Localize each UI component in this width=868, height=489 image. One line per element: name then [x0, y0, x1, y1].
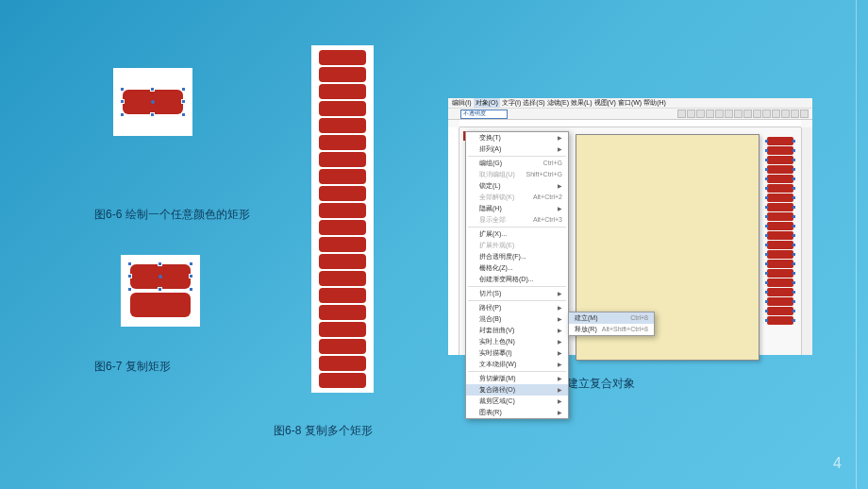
menu-window[interactable]: 窗口(W): [618, 98, 642, 108]
illustrator-window: 编辑(I) 对象(O) 文字(I) 选择(S) 滤镜(E) 效果(L) 视图(V…: [448, 98, 812, 355]
menu-item[interactable]: 取消编组(U)Shift+Ctrl+G: [466, 169, 568, 180]
toolbar-icon[interactable]: [743, 110, 752, 118]
menu-object[interactable]: 对象(O): [474, 98, 500, 108]
menu-item[interactable]: 扩展(X)...: [466, 228, 568, 240]
menu-item[interactable]: 实时描摹(I)▶: [466, 347, 568, 359]
menu-item[interactable]: 排列(A)▶: [466, 143, 568, 155]
submenu-item[interactable]: 释放(R)Alt+Shift+Ctrl+8: [569, 324, 654, 335]
rectangle-top: [130, 264, 191, 289]
slide-edge-accent: [856, 0, 857, 489]
menu-item[interactable]: 全部解锁(K)Alt+Ctrl+2: [466, 192, 568, 203]
menu-type[interactable]: 文字(I): [502, 98, 522, 108]
toolbar-icon[interactable]: [696, 110, 705, 118]
toolbar-icon[interactable]: [791, 110, 799, 118]
menu-item[interactable]: 显示全部Alt+Ctrl+3: [466, 214, 568, 226]
menu-edit[interactable]: 编辑(I): [452, 98, 472, 108]
menu-view[interactable]: 视图(V): [594, 98, 616, 108]
scrollbar-right[interactable]: [801, 127, 812, 355]
menu-item[interactable]: 路径(P)▶: [466, 302, 568, 313]
toolbar-icon[interactable]: [725, 110, 733, 118]
menu-item[interactable]: 创建渐变网格(D)...: [466, 274, 568, 285]
figure-6-7-caption: 图6-7 复制矩形: [94, 359, 171, 375]
menu-item[interactable]: 文本绕排(W)▶: [466, 359, 568, 370]
selected-rectangle: [123, 90, 183, 114]
toolbar-icon[interactable]: [687, 110, 695, 118]
menu-item[interactable]: 图表(R)▶: [466, 407, 568, 418]
figure-6-7: [121, 255, 200, 327]
figure-6-7-image: [121, 255, 200, 327]
menu-item[interactable]: 切片(S)▶: [466, 288, 568, 299]
toolbar: 不透明度: [448, 109, 812, 120]
toolbar-opacity-dropdown[interactable]: 不透明度: [460, 110, 508, 119]
toolbar-icon[interactable]: [706, 110, 714, 118]
menu-item[interactable]: 剪切蒙版(M)▶: [466, 373, 568, 384]
toolbar-icon[interactable]: [753, 110, 761, 118]
menu-item[interactable]: 编组(G)Ctrl+G: [466, 158, 568, 169]
menu-item[interactable]: 混合(B)▶: [466, 313, 568, 325]
menu-item[interactable]: 隐藏(H)▶: [466, 203, 568, 214]
menu-effect[interactable]: 效果(L): [571, 98, 593, 108]
menu-item[interactable]: 栅格化(Z)...: [466, 262, 568, 274]
menu-item[interactable]: 裁剪区域(C)▶: [466, 396, 568, 407]
figure-6-8-image: [311, 45, 374, 393]
menu-item[interactable]: 拼合透明度(F)...: [466, 251, 568, 262]
toolbar-icon[interactable]: [762, 110, 771, 118]
ruler-horizontal: [459, 120, 801, 127]
figure-6-6-image: [113, 68, 192, 136]
submenu-item[interactable]: 建立(M)Ctrl+8: [569, 312, 654, 324]
menu-select[interactable]: 选择(S): [523, 98, 544, 108]
figure-6-8-caption: 图6-8 复制多个矩形: [274, 423, 373, 439]
menu-item[interactable]: 变换(T)▶: [466, 132, 568, 143]
menu-help[interactable]: 帮助(H): [643, 98, 666, 108]
menu-filter[interactable]: 滤镜(E): [547, 98, 569, 108]
toolbar-icon[interactable]: [800, 110, 809, 118]
ruler-vertical-left: [448, 127, 459, 355]
figure-6-6: [113, 68, 192, 136]
toolbar-icon[interactable]: [677, 110, 686, 118]
toolbar-icon[interactable]: [715, 110, 724, 118]
menu-item[interactable]: 实时上色(N)▶: [466, 336, 568, 347]
rectangle-copy: [130, 293, 191, 317]
menu-item[interactable]: 封套扭曲(V)▶: [466, 325, 568, 336]
workarea: 变换(T)▶排列(A)▶编组(G)Ctrl+G取消编组(U)Shift+Ctrl…: [448, 120, 812, 355]
menu-item[interactable]: 复合路径(O)▶: [466, 384, 568, 396]
object-menu-dropdown: 变换(T)▶排列(A)▶编组(G)Ctrl+G取消编组(U)Shift+Ctrl…: [465, 131, 569, 419]
compound-path-submenu: 建立(M)Ctrl+8释放(R)Alt+Shift+Ctrl+8: [568, 312, 655, 336]
toolbar-icon[interactable]: [734, 110, 743, 118]
menubar: 编辑(I) 对象(O) 文字(I) 选择(S) 滤镜(E) 效果(L) 视图(V…: [448, 98, 812, 109]
menu-item[interactable]: 锁定(L)▶: [466, 180, 568, 192]
figure-6-8: [311, 45, 374, 393]
figure-6-9: 编辑(I) 对象(O) 文字(I) 选择(S) 滤镜(E) 效果(L) 视图(V…: [448, 98, 812, 355]
toolbar-icon[interactable]: [781, 110, 790, 118]
toolbar-icon[interactable]: [772, 110, 780, 118]
figure-6-6-caption: 图6-6 绘制一个任意颜色的矩形: [94, 206, 264, 223]
page-number: 4: [833, 455, 842, 472]
menu-item[interactable]: 扩展外观(E): [466, 240, 568, 251]
rectangle-stack: [767, 137, 793, 325]
